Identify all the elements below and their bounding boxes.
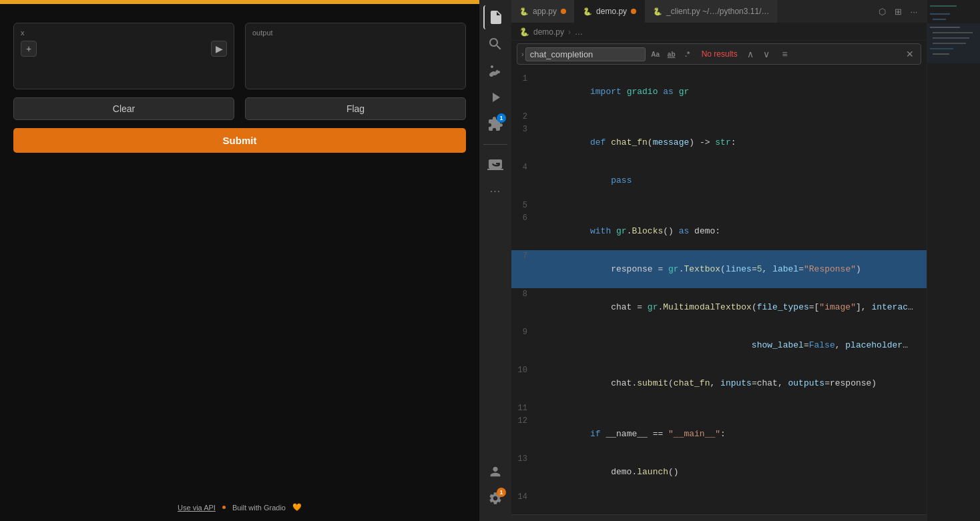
search-icon-activity xyxy=(487,36,503,52)
find-other-buttons: ≡ xyxy=(778,47,792,61)
tab-actions: ⬡ ⊞ ··· xyxy=(875,4,927,19)
tab-client-py[interactable]: 🐍 _client.py ~/…/python3.11/… xyxy=(645,0,778,23)
match-word-button[interactable]: ab xyxy=(664,47,679,61)
flag-button[interactable]: Flag xyxy=(245,97,466,120)
line-number-6: 6 xyxy=(517,212,538,225)
line-content-5 xyxy=(538,199,921,212)
line-content-4: pass xyxy=(538,161,921,199)
line-content-11 xyxy=(538,402,921,415)
breadcrumb-symbol[interactable]: … xyxy=(575,27,583,37)
tab-app-py[interactable]: 🐍 app.py xyxy=(511,0,575,23)
code-line-7: 7 response = gr.Textbox(lines=5, label="… xyxy=(511,250,927,288)
line-content-6: with gr.Blocks() as demo: xyxy=(538,212,921,250)
breadcrumb-file[interactable]: demo.py xyxy=(533,27,564,37)
output-textarea[interactable] xyxy=(252,41,459,81)
sidebar-item-extensions[interactable]: 1 xyxy=(483,112,507,136)
breadcrumb-python-icon: 🐍 xyxy=(519,27,529,37)
built-with: Built with Gradio xyxy=(232,504,286,512)
code-editor[interactable]: 1 import gradio as gr 2 3 def chat_fn(me… xyxy=(511,67,927,514)
more-icon: ··· xyxy=(490,185,501,197)
line-content-9: show_label=False, placeholder… xyxy=(538,326,921,364)
tab-label-client-py: _client.py ~/…/python3.11/… xyxy=(666,7,769,16)
tab-modified-dot-app xyxy=(561,9,566,14)
find-nav: ∧ ∨ xyxy=(743,47,774,61)
layout-button[interactable]: ⊞ xyxy=(891,4,905,19)
extensions-badge: 1 xyxy=(497,113,506,123)
find-next-button[interactable]: ∨ xyxy=(759,47,774,61)
find-widget-arrow: › xyxy=(521,50,524,58)
find-options: Aa ab .* xyxy=(648,47,695,61)
sidebar-item-settings[interactable]: 1 xyxy=(483,486,507,510)
find-widget: › Aa ab .* No results ∧ ∨ ≡ ✕ xyxy=(517,43,921,65)
editor-area: 🐍 app.py 🐍 demo.py 🐍 _client.py ~/…/pyth… xyxy=(511,0,927,521)
line-number-9: 9 xyxy=(517,326,538,339)
sidebar-item-account[interactable] xyxy=(483,460,507,484)
line-number-8: 8 xyxy=(517,288,538,301)
clear-button[interactable]: Clear xyxy=(13,97,234,120)
vscode-panel: 1 ··· 1 xyxy=(479,0,980,521)
regex-button[interactable]: .* xyxy=(680,47,695,61)
line-content-3: def chat_fn(message) -> str: xyxy=(538,123,921,161)
settings-badge: 1 xyxy=(497,488,506,497)
split-editor-button[interactable]: ⬡ xyxy=(875,4,889,19)
action-buttons-row: Clear Flag xyxy=(13,97,466,120)
line-number-7: 7 xyxy=(517,250,538,263)
output-box: output xyxy=(245,23,466,89)
code-line-2: 2 xyxy=(511,111,927,123)
breadcrumb-separator: › xyxy=(568,27,571,37)
svg-rect-2 xyxy=(933,19,946,20)
api-link[interactable]: Use via API xyxy=(178,504,216,512)
sidebar-item-run-debug[interactable] xyxy=(483,85,507,109)
sidebar-item-source-control[interactable] xyxy=(483,59,507,83)
code-line-13: 13 demo.launch() xyxy=(511,453,927,491)
sidebar-item-search[interactable] xyxy=(483,32,507,56)
sidebar-item-more[interactable]: ··· xyxy=(483,179,507,203)
match-case-button[interactable]: Aa xyxy=(648,47,663,61)
output-label: output xyxy=(252,29,459,37)
gradio-panel: x + ▶ output Clear Flag Submit Use via A… xyxy=(0,0,479,521)
input-label: x xyxy=(21,29,227,37)
add-input-button[interactable]: + xyxy=(21,41,37,57)
svg-rect-9 xyxy=(927,23,980,63)
tab-demo-py[interactable]: 🐍 demo.py xyxy=(575,0,645,23)
code-line-10: 10 chat.submit(chat_fn, inputs=chat, out… xyxy=(511,364,927,402)
editor-scrollbar-bottom[interactable] xyxy=(511,514,927,521)
python-icon-client: 🐍 xyxy=(653,7,662,16)
sidebar-item-files[interactable] xyxy=(483,5,507,29)
activity-bar: 1 ··· 1 xyxy=(479,0,511,521)
line-number-11: 11 xyxy=(517,402,538,415)
code-line-11: 11 xyxy=(511,402,927,415)
python-icon-demo: 🐍 xyxy=(583,7,592,16)
x-input[interactable] xyxy=(41,44,207,54)
submit-button[interactable]: Submit xyxy=(13,128,466,153)
gradio-footer: Use via API Built with Gradio 🧡 xyxy=(178,503,302,512)
input-row: + ▶ xyxy=(21,41,227,57)
svg-rect-0 xyxy=(930,5,957,7)
line-number-2: 2 xyxy=(517,111,538,123)
run-button[interactable]: ▶ xyxy=(211,41,227,57)
svg-rect-1 xyxy=(930,13,950,15)
more-tabs-button[interactable]: ··· xyxy=(907,4,921,19)
find-prev-button[interactable]: ∧ xyxy=(743,47,758,61)
tab-label-app-py: app.py xyxy=(533,7,557,16)
code-line-4: 4 pass xyxy=(511,161,927,199)
gradio-top-bar xyxy=(0,0,479,4)
account-icon xyxy=(488,464,503,479)
find-close-button[interactable]: ✕ xyxy=(903,47,917,61)
activity-bar-bottom: 1 xyxy=(483,460,507,510)
code-line-8: 8 chat = gr.MultimodalTextbox(file_types… xyxy=(511,288,927,326)
gradio-inputs-row: x + ▶ output xyxy=(13,23,466,89)
line-number-12: 12 xyxy=(517,415,538,428)
sidebar-item-remote[interactable] xyxy=(483,153,507,177)
remote-icon xyxy=(487,157,503,173)
find-select-all-button[interactable]: ≡ xyxy=(778,47,792,61)
gradio-heart-icon: 🧡 xyxy=(292,503,302,512)
find-input-group: › xyxy=(521,47,646,61)
source-control-icon xyxy=(487,63,503,79)
find-input[interactable] xyxy=(525,47,646,61)
python-icon-app: 🐍 xyxy=(519,7,529,16)
line-number-1: 1 xyxy=(517,73,538,85)
minimap-svg xyxy=(927,0,980,200)
tab-bar: 🐍 app.py 🐍 demo.py 🐍 _client.py ~/…/pyth… xyxy=(511,0,927,23)
files-icon xyxy=(488,9,504,25)
